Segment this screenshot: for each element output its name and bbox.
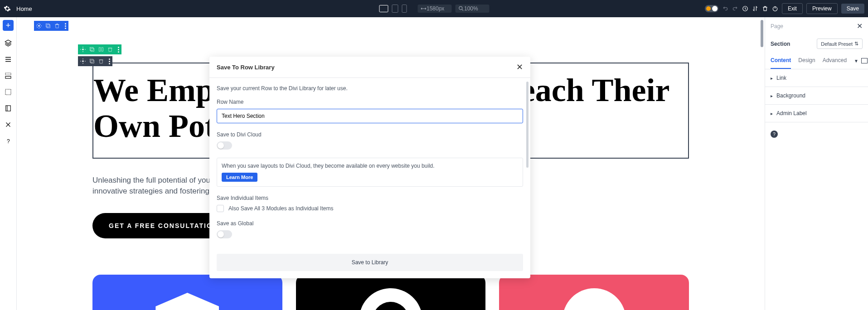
panel-section-title: Section <box>771 41 790 47</box>
svg-point-11 <box>82 48 84 50</box>
module-icon[interactable] <box>4 72 12 80</box>
global-label: Save as Global <box>217 220 523 227</box>
gear-icon[interactable] <box>36 23 42 29</box>
card-blue[interactable] <box>92 275 282 310</box>
sort-icon[interactable] <box>752 5 758 12</box>
undo-icon[interactable] <box>722 5 728 12</box>
card-black[interactable] <box>296 275 486 310</box>
svg-rect-15 <box>102 48 103 51</box>
cloud-toggle[interactable] <box>217 141 232 150</box>
svg-point-0 <box>459 6 462 10</box>
chevron-down-icon[interactable]: ▼ <box>854 58 858 63</box>
arc-shape <box>350 279 431 310</box>
save-button[interactable]: Save <box>841 4 864 14</box>
save-to-library-button[interactable]: Save to Library <box>217 254 523 271</box>
tab-advanced[interactable]: Advanced <box>823 53 847 69</box>
settings-panel: Page ✕ Section Default Preset⇅ Content D… <box>765 17 868 310</box>
panel-close-icon[interactable]: ✕ <box>857 22 863 30</box>
svg-rect-17 <box>90 59 93 62</box>
delete-icon[interactable] <box>107 46 113 53</box>
help-icon[interactable]: ? <box>4 137 12 145</box>
left-rail: + ? <box>0 17 17 310</box>
exit-button[interactable]: Exit <box>782 3 803 14</box>
panel-help-icon[interactable]: ? <box>771 131 778 138</box>
card-red[interactable] <box>499 275 689 310</box>
template-icon[interactable] <box>4 88 12 96</box>
zoom-input[interactable] <box>464 5 485 12</box>
modal-title: Save To Row Library <box>217 64 275 71</box>
row-name-label: Row Name <box>217 99 523 105</box>
individual-checkbox[interactable] <box>217 205 224 212</box>
svg-rect-13 <box>91 48 94 52</box>
mobile-device-icon[interactable] <box>402 5 407 13</box>
module-toolbar-dark[interactable] <box>78 56 112 66</box>
svg-rect-5 <box>5 89 11 95</box>
zoom-search-icon <box>458 5 464 12</box>
tools-icon[interactable] <box>4 121 12 129</box>
topbar: Home Exit Preview Save <box>0 0 868 17</box>
accordion-admin-label[interactable]: Admin Label <box>765 105 868 122</box>
svg-point-8 <box>38 25 40 27</box>
svg-rect-14 <box>99 48 101 51</box>
svg-rect-12 <box>90 47 93 50</box>
duplicate-icon[interactable] <box>89 46 95 53</box>
expand-icon[interactable] <box>861 58 868 63</box>
close-icon[interactable]: ✕ <box>516 62 523 72</box>
columns-icon[interactable] <box>98 46 104 53</box>
tablet-device-icon[interactable] <box>392 5 398 13</box>
row-toolbar-green[interactable] <box>78 44 121 54</box>
svg-point-16 <box>82 60 84 62</box>
learn-more-button[interactable]: Learn More <box>222 173 257 182</box>
panel-tabs: Content Design Advanced ▼ <box>765 53 868 69</box>
preset-options-icon: ⇅ <box>854 41 858 47</box>
section-toolbar-blue[interactable] <box>34 21 68 31</box>
home-link[interactable]: Home <box>16 5 32 12</box>
cloud-info-text: When you save layouts to Divi Cloud, the… <box>222 163 518 169</box>
more-icon[interactable] <box>118 47 120 53</box>
tab-content[interactable]: Content <box>771 53 791 69</box>
svg-rect-18 <box>91 60 94 63</box>
library-icon[interactable] <box>4 104 12 112</box>
svg-rect-10 <box>47 25 50 28</box>
row-name-input[interactable] <box>217 109 523 123</box>
accordion-background[interactable]: Background <box>765 87 868 105</box>
gear-icon[interactable] <box>80 58 86 64</box>
power-icon[interactable] <box>772 5 778 12</box>
duplicate-icon[interactable] <box>89 58 95 64</box>
tab-design[interactable]: Design <box>798 53 815 69</box>
canvas-width-input[interactable] <box>427 5 447 12</box>
gear-icon[interactable] <box>4 5 11 12</box>
list-icon[interactable] <box>4 55 12 63</box>
individual-label: Save Individual Items <box>217 195 523 201</box>
more-icon[interactable] <box>65 23 67 29</box>
delete-icon[interactable] <box>54 23 60 29</box>
preset-selector[interactable]: Default Preset⇅ <box>817 39 863 49</box>
svg-rect-4 <box>5 77 11 79</box>
global-toggle[interactable] <box>217 230 232 238</box>
cloud-info-box: When you save layouts to Divi Cloud, the… <box>217 158 523 187</box>
preview-button[interactable]: Preview <box>806 3 838 14</box>
zoom-input-wrapper <box>455 5 489 13</box>
history-icon[interactable] <box>742 5 748 12</box>
desktop-device-icon[interactable] <box>379 5 388 12</box>
modal-description: Save your current Row to the Divi Librar… <box>217 85 523 92</box>
width-input-wrapper <box>417 5 451 13</box>
save-library-modal: Save To Row Library ✕ Save your current … <box>209 57 530 278</box>
theme-toggle[interactable] <box>705 5 718 12</box>
trash-icon[interactable] <box>762 5 768 12</box>
gear-icon[interactable] <box>80 46 86 53</box>
redo-icon[interactable] <box>732 5 738 12</box>
panel-breadcrumb[interactable]: Page <box>771 23 783 29</box>
layers-icon[interactable] <box>4 39 12 47</box>
duplicate-icon[interactable] <box>45 23 51 29</box>
svg-rect-3 <box>5 73 11 75</box>
feature-cards <box>17 275 765 310</box>
add-button[interactable]: + <box>3 20 14 31</box>
modal-scrollbar[interactable] <box>526 82 529 168</box>
individual-checkbox-label: Also Save All 3 Modules as Individual It… <box>228 205 333 212</box>
delete-icon[interactable] <box>98 58 104 64</box>
cloud-label: Save to Divi Cloud <box>217 131 523 138</box>
hexagon-shape <box>155 293 219 310</box>
more-icon[interactable] <box>109 58 111 64</box>
accordion-link[interactable]: Link <box>765 69 868 87</box>
